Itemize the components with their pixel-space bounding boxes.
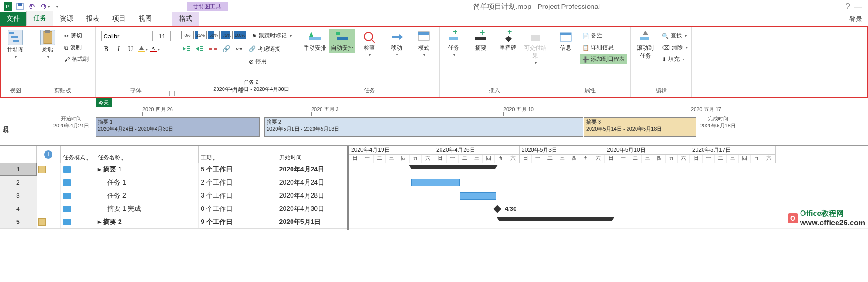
tab-project[interactable]: 项目 [106,12,132,26]
timeline-body[interactable]: 今天 开始时间2020年4月24日 完成时间2020年5月18日 2020 四月… [11,98,868,145]
gantt-chart-area[interactable]: 2020年4月19日日一二三四五六2020年4月26日日一二三四五六2020年5… [349,146,868,230]
task-info-button[interactable]: 信息 [553,29,578,53]
eraser-icon: ⌫ [662,45,670,51]
summary-bar[interactable] [499,217,612,221]
timeline-summary-bar[interactable]: 摘要 22020年5月1日 - 2020年5月13日 [264,117,583,137]
respect-links-button[interactable]: 🔗考虑链接 [247,44,282,54]
svg-rect-12 [187,46,190,47]
timeline-task-label: 任务 2 2020年4月28日 - 2020年4月30日 [204,79,298,93]
italic-button[interactable]: I [113,44,124,54]
fill-button[interactable]: ⬇填充 [660,54,689,64]
help-icon[interactable]: ? [846,2,850,12]
task-bar[interactable] [460,192,496,200]
flag-icon: ⚑ [252,33,257,39]
tab-file[interactable]: 文件 [0,12,26,26]
fill-color-button[interactable] [138,44,148,54]
svg-text:+: + [507,30,512,37]
tab-view[interactable]: 视图 [132,12,158,26]
copy-button[interactable]: ⧉复制 [62,43,90,52]
font-size-select[interactable] [154,31,171,41]
deactivate-button[interactable]: ⊘停用 [247,57,269,67]
svg-rect-17 [200,50,203,51]
notes-button[interactable]: 📄备注 [580,31,627,41]
gantt-chart-button[interactable]: 甘特图 [3,29,28,60]
tab-task[interactable]: 任务 [26,11,53,26]
link-button[interactable]: 🔗 [221,44,231,54]
undo-icon[interactable] [27,1,37,12]
gantt-row[interactable] [349,163,868,176]
paste-button[interactable]: 粘贴 [35,29,60,60]
save-icon[interactable] [15,1,25,12]
table-row[interactable]: 5 ▸ 摘要 2 9 个工作日 2020年5月1日 [0,215,347,229]
font-name-select[interactable] [101,31,153,41]
timeline-tick: 2020 五月 3 [311,106,339,113]
timeline-panel: 日程表 今天 开始时间2020年4月24日 完成时间2020年5月18日 202… [0,98,868,146]
svg-rect-18 [209,48,212,50]
gantt-row[interactable] [349,176,868,189]
unlink-button[interactable]: ⧟ [234,44,244,54]
tab-format[interactable]: 格式 [172,12,199,26]
split-task-button[interactable] [208,44,218,54]
milestone-marker[interactable] [494,205,501,213]
scroll-to-task-button[interactable]: 滚动到 任务 [633,29,658,61]
timeline-summary-bar[interactable]: 摘要 32020年5月14日 - 2020年5月18日 [584,117,696,137]
svg-rect-36 [560,33,571,35]
auto-schedule-button[interactable]: 自动安排 [329,29,355,53]
col-mode[interactable]: 任务模式 [61,146,97,163]
mode-button[interactable]: 模式 [411,29,436,58]
binoculars-icon: 🔍 [662,33,669,39]
svg-rect-25 [392,36,399,38]
gantt-timescale: 2020年4月19日日一二三四五六2020年4月26日日一二三四五六2020年5… [349,146,868,163]
pct-100[interactable]: 100% [234,31,246,39]
format-painter-button[interactable]: 🖌格式刷 [62,54,90,64]
insert-summary-button[interactable]: +摘要 [468,29,494,53]
summary-bar[interactable] [411,165,495,169]
qat-customize-icon[interactable] [52,1,62,12]
bold-button[interactable]: B [101,44,112,54]
col-name[interactable]: 任务名称 [96,146,199,163]
table-row[interactable]: 4 摘要 1 完成 0 个工作日 2020年4月30日 [0,202,347,215]
indent-button[interactable] [195,44,205,54]
insert-milestone-button[interactable]: +里程碑 [495,29,521,53]
minimize-icon[interactable]: — [854,2,862,12]
insert-task-button[interactable]: +任务 [441,29,466,58]
manual-schedule-button[interactable]: 手动安排 [302,29,328,53]
col-start[interactable]: 开始时间 [277,146,347,163]
details-button[interactable]: 📋详细信息 [580,43,627,52]
redo-icon[interactable] [39,1,50,12]
timeline-tick: 2020 四月 26 [142,106,173,113]
app-icon[interactable]: P [3,1,13,12]
move-button[interactable]: 移动 [384,29,409,58]
svg-text:P: P [6,4,9,9]
clear-button[interactable]: ⌫清除 [660,43,689,52]
col-duration[interactable]: 工期 [199,146,277,163]
table-header: i 任务模式 任务名称 工期 开始时间 [0,146,347,163]
pct-75[interactable]: 75% [221,31,233,39]
table-row[interactable]: 2 任务 1 2 个工作日 2020年4月24日 [0,176,347,189]
svg-rect-30 [475,37,486,40]
font-dialog-launcher[interactable] [169,91,175,96]
task-table[interactable]: i 任务模式 任务名称 工期 开始时间 1 ▸ 摘要 1 5 个工作日 2020… [0,146,349,230]
cut-button[interactable]: ✂剪切 [62,31,90,41]
svg-rect-5 [11,36,18,38]
underline-button[interactable]: U [126,44,136,54]
table-row[interactable]: 3 任务 2 3 个工作日 2020年4月28日 [0,189,347,202]
inspect-button[interactable]: 检查 [357,29,382,58]
svg-text:+: + [480,30,485,37]
add-to-timeline-button[interactable]: ➕添加到日程表 [580,54,627,64]
font-color-button[interactable]: A [150,44,160,54]
table-row[interactable]: 1 ▸ 摘要 1 5 个工作日 2020年4月24日 [0,163,347,176]
timeline-summary-bar[interactable]: 摘要 12020年4月24日 - 2020年4月30日 [96,117,260,137]
pct-50[interactable]: 50% [208,31,220,39]
task-bar[interactable] [411,179,460,186]
scissors-icon: ✂ [64,33,69,39]
find-button[interactable]: 🔍查找 [660,31,689,41]
login-link[interactable]: 登录 [844,14,868,26]
outdent-button[interactable] [181,44,192,54]
track-mark-button[interactable]: ⚑跟踪时标记 [250,31,293,41]
pct-0[interactable]: 0% [181,31,194,39]
tab-resource[interactable]: 资源 [53,12,80,26]
tab-report[interactable]: 报表 [80,12,106,26]
gantt-row[interactable] [349,189,868,202]
pct-25[interactable]: 25% [195,31,207,39]
